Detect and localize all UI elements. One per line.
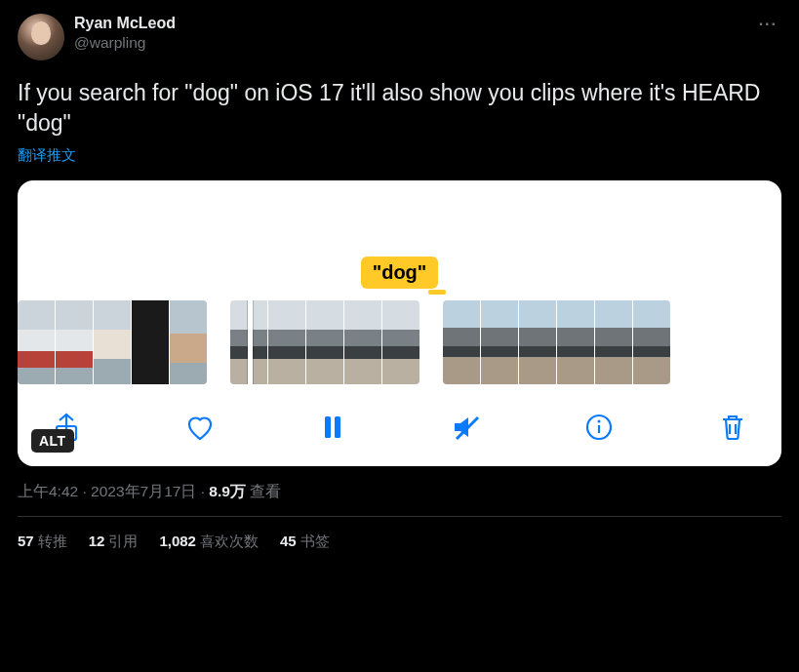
tweet-header: Ryan McLeod @warpling ···	[18, 14, 781, 60]
clip-frame	[344, 300, 381, 384]
mute-icon[interactable]	[445, 406, 488, 449]
views-label: 查看	[246, 483, 281, 499]
author-block[interactable]: Ryan McLeod @warpling	[74, 14, 176, 52]
clip-group-1[interactable]	[18, 300, 207, 384]
tweet-time[interactable]: 上午4:42	[18, 483, 78, 499]
clip-group-2[interactable]	[230, 300, 419, 384]
more-icon[interactable]: ···	[755, 14, 781, 35]
tweet-text: If you search for "dog" on iOS 17 it'll …	[18, 78, 781, 138]
clip-frame	[306, 300, 343, 384]
playhead[interactable]	[248, 300, 253, 384]
tweet-stats: 57转推 12引用 1,082喜欢次数 45书签	[18, 517, 781, 551]
svg-rect-1	[325, 416, 331, 438]
quotes-stat[interactable]: 12引用	[89, 533, 139, 551]
clip-frame	[94, 300, 131, 384]
clip-frame	[557, 300, 594, 384]
tweet-date[interactable]: 2023年7月17日	[91, 483, 196, 499]
clip-frame	[18, 300, 55, 384]
retweets-stat[interactable]: 57转推	[18, 533, 67, 551]
clip-frame	[56, 300, 93, 384]
clip-frame	[481, 300, 518, 384]
clip-frame	[170, 300, 207, 384]
clip-frame	[268, 300, 305, 384]
svg-rect-2	[335, 416, 340, 438]
alt-badge[interactable]: ALT	[31, 429, 74, 453]
tweet-container: Ryan McLeod @warpling ··· If you search …	[0, 0, 799, 551]
video-timeline[interactable]	[18, 296, 781, 384]
heart-icon[interactable]	[179, 406, 221, 449]
tweet-meta: 上午4:42 · 2023年7月17日 · 8.9万 查看	[18, 482, 781, 517]
avatar[interactable]	[18, 14, 64, 60]
info-icon[interactable]	[578, 406, 620, 449]
svg-point-5	[598, 420, 601, 423]
media-card[interactable]: "dog"	[18, 180, 781, 466]
clip-frame	[595, 300, 632, 384]
clip-frame	[443, 300, 480, 384]
bookmarks-stat[interactable]: 45书签	[280, 533, 330, 551]
clip-frame	[382, 300, 419, 384]
trash-icon[interactable]	[711, 406, 754, 449]
media-whitespace	[18, 180, 781, 257]
clip-frame	[519, 300, 556, 384]
display-name: Ryan McLeod	[74, 14, 176, 33]
clip-group-3[interactable]	[443, 300, 670, 384]
clip-frame	[633, 300, 670, 384]
search-term-tag: "dog"	[361, 257, 439, 289]
search-term-tag-wrap: "dog"	[18, 257, 781, 289]
clip-frame	[132, 300, 169, 384]
likes-stat[interactable]: 1,082喜欢次数	[159, 533, 259, 551]
media-toolbar	[18, 384, 781, 455]
views-count: 8.9万	[209, 483, 246, 499]
translate-link[interactable]: 翻译推文	[18, 146, 76, 165]
handle: @warpling	[74, 33, 176, 52]
pause-icon[interactable]	[311, 406, 354, 449]
